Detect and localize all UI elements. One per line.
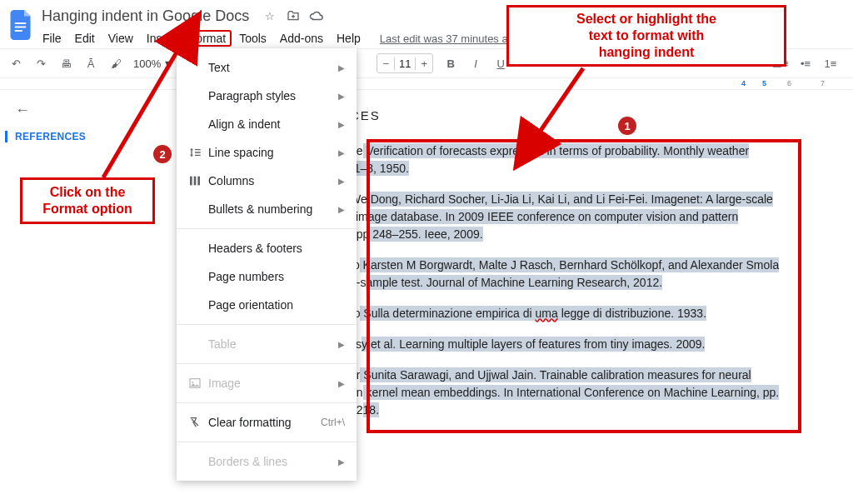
menu-file[interactable]: File <box>37 30 67 47</box>
menu-tools[interactable]: Tools <box>233 30 272 47</box>
submenu-arrow-icon: ▶ <box>338 379 345 388</box>
line-spacing-icon <box>188 146 208 159</box>
menu-item-label: Page orientation <box>208 298 345 312</box>
menu-item-label: Paragraph styles <box>208 89 338 102</box>
svg-rect-1 <box>15 27 27 28</box>
svg-point-7 <box>192 382 193 383</box>
format-menu-table: Table▶ <box>177 330 357 358</box>
reference-entry[interactable]: We Dong, Richard Socher, Li-Jia Li, Kai … <box>350 191 820 243</box>
menu-item-label: Borders & lines <box>208 455 338 468</box>
outline-heading[interactable]: REFERENCES <box>5 131 158 142</box>
shortcut-label: Ctrl+\ <box>321 417 345 428</box>
annotation-badge-2: 2 <box>153 145 172 163</box>
reference-entry[interactable]: to Karsten M Borgwardt, Malte J Rasch, B… <box>350 257 820 292</box>
menu-help[interactable]: Help <box>331 30 367 47</box>
annotation-badge-1: 1 <box>618 117 636 135</box>
format-menu-paragraph-styles[interactable]: Paragraph styles▶ <box>177 82 357 110</box>
annotation-callout-1: Select or highlight the text to format w… <box>506 5 786 67</box>
submenu-arrow-icon: ▶ <box>338 120 345 129</box>
svg-rect-0 <box>15 22 27 24</box>
undo-icon[interactable]: ↶ <box>5 52 27 74</box>
submenu-arrow-icon: ▶ <box>338 148 345 157</box>
menu-item-label: Headers & footers <box>208 242 345 255</box>
menu-view[interactable]: View <box>102 30 139 47</box>
svg-rect-4 <box>194 177 197 186</box>
spellcheck-icon[interactable]: Ā <box>80 52 102 74</box>
menu-item-label: Align & indent <box>208 117 338 131</box>
svg-rect-5 <box>197 177 200 186</box>
format-menu-dropdown: Text▶Paragraph styles▶Align & indent▶Lin… <box>177 48 357 481</box>
bulleted-list-icon[interactable]: •≡ <box>795 52 816 74</box>
menu-item-label: Columns <box>208 174 338 187</box>
submenu-arrow-icon: ▶ <box>338 92 345 101</box>
format-menu-clear-formatting[interactable]: Clear formattingCtrl+\ <box>177 408 357 437</box>
svg-rect-2 <box>15 30 22 32</box>
reference-entry[interactable]: vsy et al. Learning multiple layers of f… <box>350 336 820 353</box>
format-menu-bullets-numbering[interactable]: Bullets & numbering▶ <box>177 195 357 223</box>
print-icon[interactable]: 🖶 <box>55 52 77 74</box>
font-size-plus[interactable]: + <box>416 57 432 70</box>
menu-item-label: Line spacing <box>208 146 338 159</box>
redo-icon[interactable]: ↷ <box>30 52 52 74</box>
paint-format-icon[interactable]: 🖌 <box>105 52 127 74</box>
clear-icon <box>188 416 208 429</box>
move-icon[interactable] <box>286 8 301 23</box>
format-menu-align-indent[interactable]: Align & indent▶ <box>177 110 357 138</box>
section-heading: CES <box>350 107 820 126</box>
reference-entry[interactable]: ro Sulla determinazione empirica di uma … <box>350 305 820 322</box>
format-menu-borders-lines: Borders & lines▶ <box>177 447 357 476</box>
menu-add-ons[interactable]: Add-ons <box>274 30 329 47</box>
submenu-arrow-icon: ▶ <box>338 177 345 186</box>
columns-icon <box>188 174 208 187</box>
menu-item-label: Table <box>208 337 338 351</box>
format-menu-page-numbers[interactable]: Page numbers <box>177 262 357 291</box>
menu-item-label: Bullets & numbering <box>208 202 338 216</box>
menu-format[interactable]: Format <box>183 30 232 47</box>
font-size-minus[interactable]: − <box>377 57 394 70</box>
format-menu-headers-footers[interactable]: Headers & footers <box>177 234 357 262</box>
font-size-stepper[interactable]: − 11 + <box>377 53 433 73</box>
font-size-value[interactable]: 11 <box>394 57 416 70</box>
menu-item-label: Image <box>208 377 338 390</box>
submenu-arrow-icon: ▶ <box>338 63 345 72</box>
image-icon <box>188 377 208 390</box>
format-menu-text[interactable]: Text▶ <box>177 53 357 82</box>
menu-item-label: Text <box>208 61 338 74</box>
annotation-callout-2: Click on the Format option <box>20 177 155 224</box>
submenu-arrow-icon: ▶ <box>338 457 345 467</box>
outline-panel: ← REFERENCES <box>0 90 167 504</box>
reference-entry[interactable]: rie Verification of forecasts expressed … <box>350 142 820 177</box>
format-menu-line-spacing[interactable]: Line spacing▶ <box>177 138 357 167</box>
bold-icon[interactable]: B <box>440 52 461 74</box>
menu-edit[interactable]: Edit <box>69 30 101 47</box>
cloud-icon[interactable] <box>309 8 324 23</box>
svg-rect-3 <box>190 177 192 186</box>
format-menu-columns[interactable]: Columns▶ <box>177 167 357 195</box>
menu-item-label: Page numbers <box>208 270 345 283</box>
reference-entry[interactable]: ar Sunita Sarawagi, and Ujjwal Jain. Tra… <box>350 367 820 419</box>
ruler[interactable]: 4567 <box>0 78 853 90</box>
zoom-select[interactable]: 100% ▼ <box>130 57 174 70</box>
submenu-arrow-icon: ▶ <box>338 205 345 214</box>
last-edit-info[interactable]: Last edit was 37 minutes ag <box>380 32 514 45</box>
star-icon[interactable]: ☆ <box>262 8 277 23</box>
submenu-arrow-icon: ▶ <box>338 340 345 349</box>
outline-back-icon[interactable]: ← <box>15 102 158 119</box>
format-menu-page-orientation[interactable]: Page orientation <box>177 291 357 319</box>
numbered-list-icon[interactable]: 1≡ <box>820 52 841 74</box>
italic-icon[interactable]: I <box>465 52 486 74</box>
menu-insert[interactable]: Insert <box>141 30 182 47</box>
docs-logo-icon[interactable] <box>7 5 37 45</box>
format-menu-image: Image▶ <box>177 369 357 397</box>
doc-title[interactable]: Hanging indent in Google Docs <box>37 6 254 27</box>
menu-item-label: Clear formatting <box>208 416 321 429</box>
